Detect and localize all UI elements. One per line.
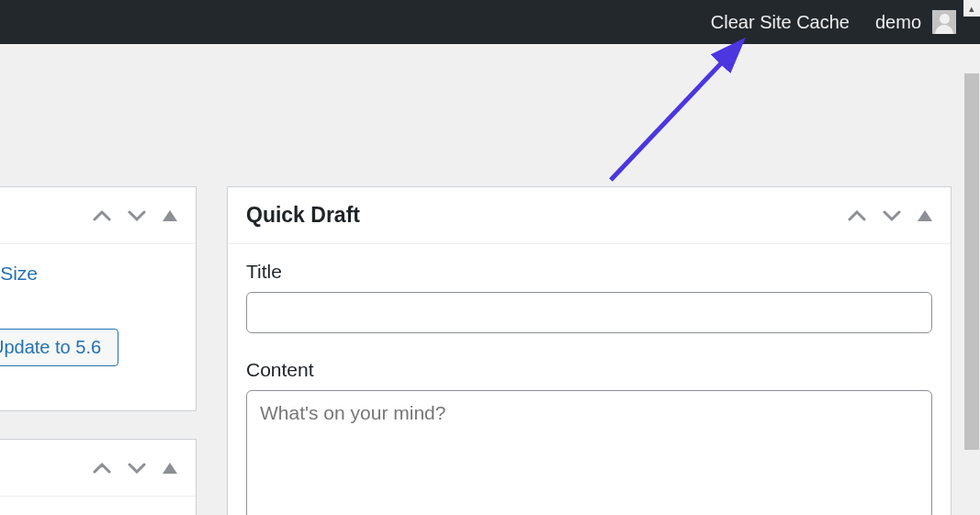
- content-label: Content: [246, 359, 932, 381]
- clear-cache-link[interactable]: Clear Site Cache: [698, 12, 862, 33]
- title-input[interactable]: [246, 292, 932, 333]
- left-widget-bottom: [0, 439, 197, 515]
- update-button[interactable]: Update to 5.6: [0, 329, 118, 366]
- vertical-scrollbar[interactable]: ▴: [963, 44, 980, 515]
- widget-header: Quick Draft: [228, 187, 951, 244]
- widget-title: Quick Draft: [246, 203, 360, 228]
- toggle-icon[interactable]: [163, 210, 177, 221]
- move-up-icon[interactable]: [848, 209, 866, 222]
- toggle-icon[interactable]: [163, 463, 177, 474]
- move-up-icon[interactable]: [93, 462, 111, 475]
- admin-topbar: Clear Site Cache demo: [0, 0, 980, 44]
- widget-header: [0, 440, 196, 497]
- move-down-icon[interactable]: [128, 209, 146, 222]
- username-label: demo: [875, 12, 921, 33]
- theme-size-link[interactable]: ne Size: [0, 263, 38, 284]
- title-label: Title: [246, 261, 932, 283]
- toggle-icon[interactable]: [918, 210, 932, 221]
- scrollbar-up-arrow-icon[interactable]: ▴: [963, 0, 980, 17]
- widget-header: [0, 187, 196, 244]
- left-widget: ne Size Update to 5.6: [0, 186, 197, 411]
- content-textarea[interactable]: [246, 390, 932, 515]
- move-down-icon[interactable]: [128, 462, 146, 475]
- move-up-icon[interactable]: [93, 209, 111, 222]
- avatar-icon: [932, 10, 956, 34]
- user-menu[interactable]: demo: [862, 10, 969, 34]
- scrollbar-thumb[interactable]: [964, 73, 979, 450]
- move-down-icon[interactable]: [883, 209, 901, 222]
- quick-draft-widget: Quick Draft Title Content: [227, 186, 952, 515]
